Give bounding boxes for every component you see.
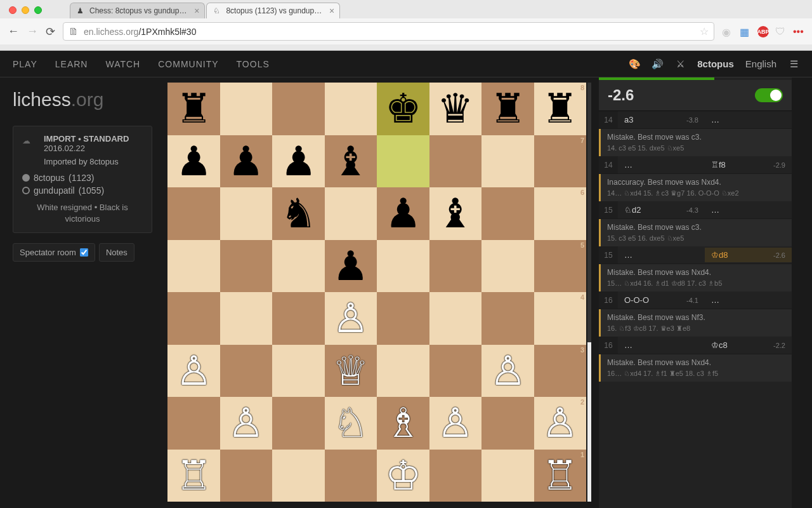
square-g4[interactable]	[481, 292, 534, 345]
square-f4[interactable]	[429, 292, 482, 345]
browser-tab-2[interactable]: ♘ 8ctopus (1123) vs gundup… ×	[206, 3, 340, 18]
piece-wk[interactable]: ♔	[377, 450, 429, 502]
square-b5[interactable]	[220, 240, 273, 293]
square-a2[interactable]	[167, 397, 220, 450]
square-g2[interactable]	[481, 397, 534, 450]
square-h3[interactable]: 3	[534, 345, 587, 398]
nav-tools[interactable]: TOOLS	[237, 59, 270, 69]
piece-br[interactable]: ♜	[481, 83, 534, 135]
nav-community[interactable]: COMMUNITY	[158, 59, 218, 69]
square-b2[interactable]: ♙	[220, 397, 273, 450]
square-c5[interactable]	[272, 240, 325, 293]
square-e1[interactable]: ♔	[377, 450, 429, 502]
square-h4[interactable]: 4	[534, 292, 587, 345]
square-d6[interactable]	[325, 187, 377, 240]
site-logo[interactable]: lichess.org	[13, 89, 152, 110]
square-f2[interactable]: ♙	[429, 397, 482, 450]
nav-watch[interactable]: WATCH	[105, 59, 140, 69]
nav-play[interactable]: PLAY	[13, 59, 37, 69]
square-e7[interactable]	[377, 135, 429, 188]
square-d8[interactable]	[325, 83, 377, 135]
browser-tab-1[interactable]: ♟ Chess: 8ctopus vs gundup… ×	[70, 3, 205, 18]
square-c2[interactable]	[272, 397, 325, 450]
square-d5[interactable]: ♟	[325, 240, 377, 293]
move-black[interactable]: …	[705, 293, 792, 307]
extension-icon[interactable]: •••	[793, 26, 804, 37]
adblock-icon[interactable]: ABP	[757, 26, 769, 37]
square-c4[interactable]	[272, 292, 325, 345]
move-white[interactable]: …	[618, 157, 705, 172]
move-black[interactable]: …	[705, 112, 792, 127]
square-d1[interactable]	[325, 450, 377, 502]
square-f7[interactable]	[429, 135, 482, 188]
square-c3[interactable]	[272, 345, 325, 398]
piece-bb[interactable]: ♝	[429, 187, 482, 240]
square-g3[interactable]: ♙	[481, 345, 534, 398]
square-g8[interactable]: ♜	[481, 83, 534, 135]
close-tab-icon[interactable]: ×	[194, 6, 199, 16]
piece-bk[interactable]: ♚	[377, 83, 429, 135]
piece-wp[interactable]: ♙	[167, 345, 220, 398]
square-g7[interactable]	[481, 135, 534, 188]
square-c7[interactable]: ♟	[272, 135, 325, 188]
square-h6[interactable]: 6	[534, 187, 587, 240]
piece-wp[interactable]: ♙	[481, 345, 534, 398]
piece-wq[interactable]: ♕	[325, 345, 377, 398]
piece-bp[interactable]: ♟	[377, 187, 429, 240]
square-c1[interactable]	[272, 450, 325, 502]
player-black[interactable]: gundupatil (1055)	[22, 185, 143, 196]
move-black[interactable]: ♔c8-2.2	[705, 338, 792, 352]
square-f8[interactable]: ♛	[429, 83, 482, 135]
piece-wp[interactable]: ♙	[534, 397, 587, 450]
address-bar[interactable]: 🗎 en.lichess.org/1PXmhk5l#30 ☆	[63, 22, 714, 41]
square-h2[interactable]: 2♙	[534, 397, 587, 450]
piece-br[interactable]: ♜	[167, 83, 220, 135]
square-b6[interactable]	[220, 187, 273, 240]
reload-button[interactable]: ⟳	[46, 25, 55, 39]
piece-bp[interactable]: ♟	[167, 135, 220, 188]
minimize-window-icon[interactable]	[22, 6, 29, 14]
challenge-icon[interactable]: ⚔	[674, 58, 686, 70]
square-h5[interactable]: 5	[534, 240, 587, 293]
tab-spectator-room[interactable]: Spectator room	[13, 243, 95, 262]
close-tab-icon[interactable]: ×	[329, 6, 334, 16]
extension-icon[interactable]: ▦	[740, 26, 751, 37]
move-white[interactable]: …	[618, 248, 705, 262]
square-f3[interactable]	[429, 345, 482, 398]
sound-icon[interactable]: 🔊	[652, 58, 663, 70]
piece-bp[interactable]: ♟	[325, 240, 377, 293]
square-f6[interactable]: ♝	[429, 187, 482, 240]
square-b8[interactable]	[220, 83, 273, 135]
square-a3[interactable]: ♙	[167, 345, 220, 398]
tab-notes[interactable]: Notes	[99, 243, 134, 262]
move-black[interactable]: ♖f8-2.9	[705, 157, 792, 172]
square-e5[interactable]	[377, 240, 429, 293]
square-a1[interactable]: ♖	[167, 450, 220, 502]
back-button[interactable]: ←	[8, 25, 19, 38]
piece-wn[interactable]: ♘	[325, 397, 377, 450]
square-g5[interactable]	[481, 240, 534, 293]
square-h1[interactable]: 1♖	[534, 450, 587, 502]
piece-bp[interactable]: ♟	[220, 135, 273, 188]
square-d7[interactable]: ♝	[325, 135, 377, 188]
piece-wr[interactable]: ♖	[167, 450, 220, 502]
square-e3[interactable]	[377, 345, 429, 398]
nav-learn[interactable]: LEARN	[55, 59, 88, 69]
square-b4[interactable]	[220, 292, 273, 345]
square-c6[interactable]: ♞	[272, 187, 325, 240]
piece-br[interactable]: ♜	[534, 83, 587, 135]
piece-wp[interactable]: ♙	[429, 397, 482, 450]
square-c8[interactable]	[272, 83, 325, 135]
square-f5[interactable]	[429, 240, 482, 293]
square-b7[interactable]: ♟	[220, 135, 273, 188]
chess-board[interactable]: ♜♚♛♜8♜♟♟♟♝7♞♟♝6♟5♙4♙♕♙3♙♘♗♙2♙♖♔1♖	[167, 83, 586, 502]
move-white[interactable]: a3-3.8	[618, 112, 705, 127]
bookmark-icon[interactable]: ☆	[700, 25, 709, 37]
square-a8[interactable]: ♜	[167, 83, 220, 135]
player-white[interactable]: 8ctopus (1123)	[22, 173, 143, 183]
square-e4[interactable]	[377, 292, 429, 345]
move-white[interactable]: ♘d2-4.3	[618, 203, 705, 217]
engine-toggle[interactable]	[755, 88, 783, 102]
square-a5[interactable]	[167, 240, 220, 293]
square-b1[interactable]	[220, 450, 273, 502]
